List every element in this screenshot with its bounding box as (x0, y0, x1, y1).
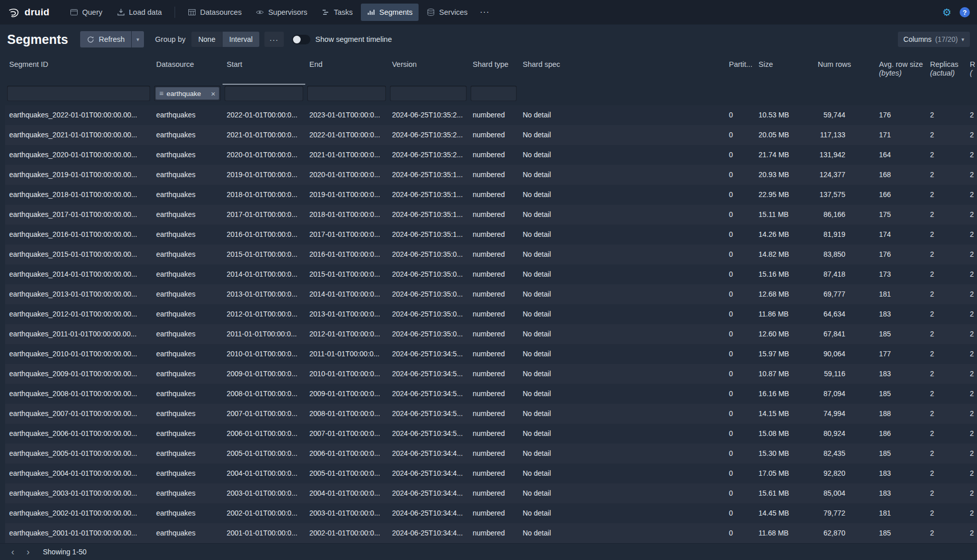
cell-shard_type[interactable]: numbered (469, 424, 519, 444)
cell-start[interactable]: 2006-01-01T00:00:0... (223, 424, 305, 444)
cell-size[interactable]: 14.15 MB (754, 404, 814, 424)
cell-num_rows[interactable]: 81,919 (814, 225, 875, 245)
cell-num_rows[interactable]: 79,772 (814, 503, 875, 523)
cell-datasource[interactable]: earthquakes (152, 344, 223, 364)
cell-partition[interactable]: 0 (725, 185, 754, 205)
cell-end[interactable]: 2005-01-01T00:00:0... (305, 464, 388, 483)
cell-version[interactable]: 2024-06-25T10:34:5... (388, 384, 469, 404)
cell-segment_id[interactable]: earthquakes_2021-01-01T00:00:00.00... (5, 125, 152, 145)
cell-partition[interactable]: 0 (725, 304, 754, 324)
cell-shard_spec[interactable]: No detail (519, 105, 725, 125)
segment-row[interactable]: earthquakes_2009-01-01T00:00:00.00...ear… (5, 364, 977, 384)
cell-end[interactable]: 2008-01-01T00:00:0... (305, 404, 388, 424)
filter-shard_type-input[interactable] (471, 86, 517, 101)
cell-partition[interactable]: 0 (725, 384, 754, 404)
cell-replicas[interactable]: 2 (926, 384, 966, 404)
cell-datasource[interactable]: earthquakes (152, 165, 223, 185)
cell-version[interactable]: 2024-06-25T10:35:0... (388, 264, 469, 284)
cell-partition[interactable]: 0 (725, 105, 754, 125)
col-header-shard_type[interactable]: Shard type (469, 54, 519, 85)
cell-shard_type[interactable]: numbered (469, 364, 519, 384)
cell-shard_type[interactable]: numbered (469, 324, 519, 344)
cell-size[interactable]: 11.86 MB (754, 304, 814, 324)
cell-replication[interactable]: 2 (966, 225, 977, 245)
cell-replicas[interactable]: 2 (926, 364, 966, 384)
cell-shard_type[interactable]: numbered (469, 245, 519, 264)
cell-datasource[interactable]: earthquakes (152, 364, 223, 384)
nav-more-button[interactable]: ··· (474, 4, 496, 21)
cell-avg_row_size[interactable]: 176 (875, 245, 926, 264)
cell-replicas[interactable]: 2 (926, 165, 966, 185)
cell-avg_row_size[interactable]: 181 (875, 503, 926, 523)
cell-size[interactable]: 15.16 MB (754, 264, 814, 284)
col-header-datasource[interactable]: Datasource (152, 54, 223, 85)
cell-start[interactable]: 2007-01-01T00:00:0... (223, 404, 305, 424)
cell-segment_id[interactable]: earthquakes_2007-01-01T00:00:00.00... (5, 404, 152, 424)
cell-shard_spec[interactable]: No detail (519, 205, 725, 225)
segment-row[interactable]: earthquakes_2012-01-01T00:00:00.00...ear… (5, 304, 977, 324)
cell-size[interactable]: 22.95 MB (754, 185, 814, 205)
cell-replication[interactable]: 2 (966, 284, 977, 304)
cell-shard_spec[interactable]: No detail (519, 245, 725, 264)
cell-shard_type[interactable]: numbered (469, 464, 519, 483)
cell-segment_id[interactable]: earthquakes_2019-01-01T00:00:00.00... (5, 165, 152, 185)
segment-row[interactable]: earthquakes_2022-01-01T00:00:00.00...ear… (5, 105, 977, 125)
cell-end[interactable]: 2004-01-01T00:00:0... (305, 483, 388, 503)
cell-avg_row_size[interactable]: 185 (875, 523, 926, 543)
col-header-replication[interactable]: R( (966, 54, 977, 85)
cell-start[interactable]: 2014-01-01T00:00:0... (223, 264, 305, 284)
cell-size[interactable]: 15.97 MB (754, 344, 814, 364)
cell-replication[interactable]: 2 (966, 185, 977, 205)
cell-partition[interactable]: 0 (725, 205, 754, 225)
cell-replicas[interactable]: 2 (926, 404, 966, 424)
segment-row[interactable]: earthquakes_2008-01-01T00:00:00.00...ear… (5, 384, 977, 404)
cell-avg_row_size[interactable]: 164 (875, 145, 926, 165)
cell-version[interactable]: 2024-06-25T10:35:1... (388, 205, 469, 225)
cell-avg_row_size[interactable]: 185 (875, 324, 926, 344)
col-header-start[interactable]: Start (223, 54, 305, 85)
cell-avg_row_size[interactable]: 183 (875, 483, 926, 503)
cell-size[interactable]: 14.82 MB (754, 245, 814, 264)
segment-row[interactable]: earthquakes_2018-01-01T00:00:00.00...ear… (5, 185, 977, 205)
cell-shard_spec[interactable]: No detail (519, 404, 725, 424)
cell-start[interactable]: 2005-01-01T00:00:0... (223, 444, 305, 464)
cell-num_rows[interactable]: 80,924 (814, 424, 875, 444)
cell-datasource[interactable]: earthquakes (152, 304, 223, 324)
cell-partition[interactable]: 0 (725, 284, 754, 304)
segment-row[interactable]: earthquakes_2013-01-01T00:00:00.00...ear… (5, 284, 977, 304)
cell-segment_id[interactable]: earthquakes_2011-01-01T00:00:00.00... (5, 324, 152, 344)
cell-num_rows[interactable]: 87,094 (814, 384, 875, 404)
nav-item-load-data[interactable]: Load data (111, 4, 168, 21)
cell-num_rows[interactable]: 117,133 (814, 125, 875, 145)
cell-start[interactable]: 2021-01-01T00:00:0... (223, 125, 305, 145)
cell-end[interactable]: 2013-01-01T00:00:0... (305, 304, 388, 324)
cell-replication[interactable]: 2 (966, 404, 977, 424)
cell-avg_row_size[interactable]: 183 (875, 464, 926, 483)
nav-item-query[interactable]: Query (64, 4, 109, 21)
cell-avg_row_size[interactable]: 175 (875, 205, 926, 225)
cell-replicas[interactable]: 2 (926, 483, 966, 503)
cell-datasource[interactable]: earthquakes (152, 404, 223, 424)
cell-num_rows[interactable]: 67,841 (814, 324, 875, 344)
cell-version[interactable]: 2024-06-25T10:35:2... (388, 105, 469, 125)
cell-num_rows[interactable]: 82,435 (814, 444, 875, 464)
cell-shard_spec[interactable]: No detail (519, 364, 725, 384)
cell-replication[interactable]: 2 (966, 444, 977, 464)
cell-datasource[interactable]: earthquakes (152, 205, 223, 225)
cell-partition[interactable]: 0 (725, 245, 754, 264)
cell-size[interactable]: 14.26 MB (754, 225, 814, 245)
cell-version[interactable]: 2024-06-25T10:34:5... (388, 404, 469, 424)
cell-shard_spec[interactable]: No detail (519, 344, 725, 364)
cell-replicas[interactable]: 2 (926, 523, 966, 543)
cell-datasource[interactable]: earthquakes (152, 245, 223, 264)
cell-datasource[interactable]: earthquakes (152, 145, 223, 165)
col-header-avg_row_size[interactable]: Avg. row size(bytes) (875, 54, 926, 85)
cell-start[interactable]: 2015-01-01T00:00:0... (223, 245, 305, 264)
cell-end[interactable]: 2018-01-01T00:00:0... (305, 205, 388, 225)
col-header-size[interactable]: Size (754, 54, 814, 85)
cell-avg_row_size[interactable]: 176 (875, 105, 926, 125)
filter-segment_id-input[interactable] (7, 86, 150, 101)
columns-button[interactable]: Columns (17/20) ▾ (898, 32, 970, 47)
cell-num_rows[interactable]: 137,575 (814, 185, 875, 205)
cell-end[interactable]: 2010-01-01T00:00:0... (305, 364, 388, 384)
